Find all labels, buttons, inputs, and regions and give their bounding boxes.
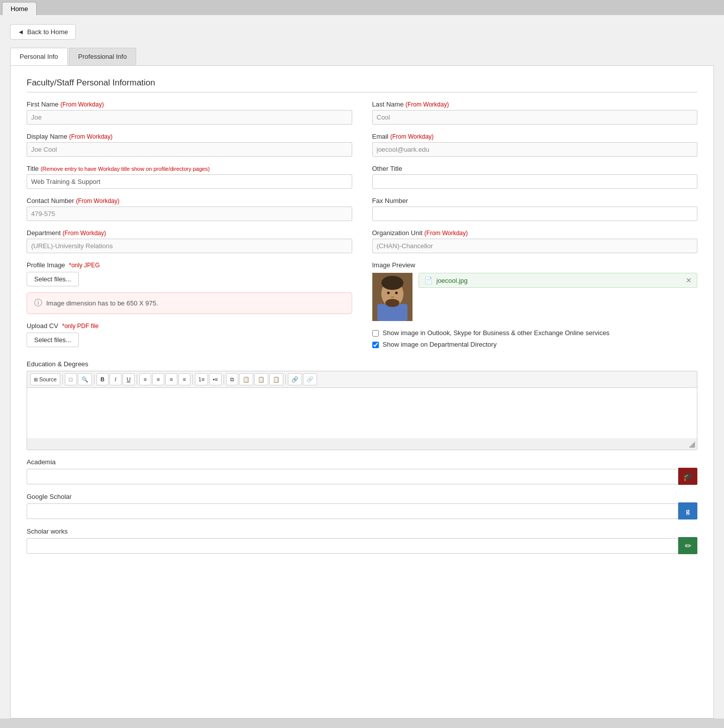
email-input[interactable] — [372, 142, 698, 157]
fax-number-label: Fax Number — [372, 197, 698, 204]
org-unit-workday-badge: (From Workday) — [425, 230, 468, 237]
rte-align-left-button[interactable]: ≡ — [139, 373, 151, 385]
rte-align-center-button[interactable]: ≡ — [152, 373, 164, 385]
rte-ul-button[interactable]: •≡ — [209, 373, 221, 385]
paste-icon: 📋 — [243, 376, 250, 383]
scholar-works-input[interactable] — [27, 538, 678, 554]
org-unit-group: Organization Unit (From Workday) — [372, 229, 698, 253]
display-name-group: Display Name (From Workday) — [27, 133, 352, 157]
svg-point-5 — [387, 292, 389, 294]
back-arrow-icon: ◄ — [18, 28, 24, 36]
select-files-button[interactable]: Select files... — [27, 272, 79, 286]
image-warning-text: Image dimension has to be 650 X 975. — [46, 299, 158, 307]
rte-italic-button[interactable]: I — [110, 373, 122, 385]
title-group: Title (Remove entry to have Workday titl… — [27, 165, 352, 189]
fax-number-group: Fax Number — [372, 197, 698, 221]
source-label: Source — [39, 376, 57, 382]
show-outlook-label: Show image in Outlook, Skype for Busines… — [383, 329, 610, 337]
email-workday-badge: (From Workday) — [390, 133, 434, 140]
rte-link-button[interactable]: 🔗 — [288, 373, 302, 385]
google-scholar-field-row: g — [27, 502, 697, 519]
scholar-works-field-row: ✏ — [27, 537, 697, 554]
title-input[interactable] — [27, 174, 352, 189]
rich-text-editor: ⊞ Source □ 🔍 B I — [27, 371, 697, 450]
select-files-cv-button[interactable]: Select files... — [27, 333, 79, 347]
rte-paste-word-button[interactable]: 📋 — [269, 373, 283, 385]
rte-align-justify-button[interactable]: ≡ — [178, 373, 190, 385]
rte-ol-button[interactable]: 1≡ — [195, 373, 209, 385]
source-icon: ⊞ — [34, 377, 38, 382]
first-name-input[interactable] — [27, 110, 352, 125]
rte-preview-button[interactable]: 🔍 — [78, 373, 92, 385]
profile-image-section: Profile Image *only JPEG Select files...… — [27, 261, 352, 348]
email-label: Email (From Workday) — [372, 133, 698, 140]
unordered-list-icon: •≡ — [213, 376, 218, 382]
last-name-group: Last Name (From Workday) — [372, 100, 698, 125]
education-section: Education & Degrees ⊞ Source □ 🔍 — [27, 360, 697, 450]
tab-professional-info[interactable]: Professional Info — [69, 48, 137, 65]
scholar-works-icon: ✏ — [685, 541, 691, 551]
svg-point-4 — [385, 299, 399, 307]
google-scholar-icon: g — [686, 507, 690, 515]
rte-body[interactable] — [27, 388, 697, 438]
rte-source-button[interactable]: ⊞ Source — [30, 373, 60, 385]
display-name-input[interactable] — [27, 142, 352, 157]
underline-icon: U — [127, 376, 131, 382]
browser-tab-home[interactable]: Home — [2, 2, 37, 15]
google-scholar-button[interactable]: g — [678, 502, 697, 519]
paste-text-icon: 📋 — [258, 376, 265, 383]
rte-resize-handle[interactable]: ◢ — [27, 438, 697, 450]
last-name-label: Last Name (From Workday) — [372, 100, 698, 108]
rte-paste-button[interactable]: 📋 — [239, 373, 253, 385]
rte-new-page-button[interactable]: □ — [65, 373, 77, 385]
scholar-works-button[interactable]: ✏ — [678, 537, 697, 554]
rte-copy-button[interactable]: ⧉ — [226, 373, 238, 385]
show-directory-checkbox-group: Show image on Departmental Directory — [372, 341, 698, 348]
file-chip: 📄 joecool.jpg ✕ — [419, 273, 698, 288]
title-label: Title (Remove entry to have Workday titl… — [27, 165, 352, 172]
copy-icon: ⧉ — [230, 376, 234, 383]
department-input[interactable] — [27, 239, 352, 253]
svg-point-7 — [391, 296, 394, 298]
file-chip-close-button[interactable]: ✕ — [686, 276, 692, 284]
upload-cv-label: Upload CV — [27, 322, 58, 330]
tabs-row: Personal Info Professional Info — [10, 48, 714, 65]
academia-field-row: 🎓 — [27, 468, 697, 485]
google-scholar-group: Google Scholar g — [27, 493, 697, 519]
last-name-input[interactable] — [372, 110, 698, 125]
italic-icon: I — [115, 376, 116, 382]
academia-input[interactable] — [27, 469, 678, 484]
tabs-container: Personal Info Professional Info — [10, 48, 714, 65]
rte-separator-2 — [94, 374, 94, 384]
svg-point-6 — [395, 292, 397, 294]
preview-icon: 🔍 — [81, 376, 88, 383]
academia-button[interactable]: 🎓 — [678, 468, 697, 485]
back-to-home-button[interactable]: ◄ Back to Home — [10, 24, 76, 40]
show-directory-checkbox[interactable] — [372, 342, 379, 348]
show-directory-label: Show image on Departmental Directory — [383, 341, 497, 348]
other-title-input[interactable] — [372, 174, 698, 189]
academia-icon: 🎓 — [683, 472, 693, 481]
org-unit-input[interactable] — [372, 239, 698, 253]
tab-personal-info[interactable]: Personal Info — [10, 48, 68, 65]
google-scholar-input[interactable] — [27, 503, 678, 519]
last-name-workday-badge: (From Workday) — [405, 101, 449, 108]
rte-underline-button[interactable]: U — [123, 373, 135, 385]
rte-unlink-button[interactable]: 🔗 — [303, 373, 317, 385]
paste-word-icon: 📋 — [273, 376, 280, 383]
display-name-label: Display Name (From Workday) — [27, 133, 352, 140]
org-unit-label: Organization Unit (From Workday) — [372, 229, 698, 237]
fax-number-input[interactable] — [372, 206, 698, 221]
link-icon: 🔗 — [291, 376, 298, 383]
unlink-icon: 🔗 — [306, 376, 314, 383]
other-title-label: Other Title — [372, 165, 698, 172]
align-center-icon: ≡ — [157, 376, 160, 382]
rte-align-right-button[interactable]: ≡ — [165, 373, 177, 385]
show-outlook-checkbox-group: Show image in Outlook, Skype for Busines… — [372, 329, 698, 337]
show-outlook-checkbox[interactable] — [372, 330, 379, 337]
image-preview-label: Image Preview — [372, 261, 698, 269]
contact-number-input[interactable] — [27, 206, 352, 221]
rte-paste-text-button[interactable]: 📋 — [254, 373, 268, 385]
rte-bold-button[interactable]: B — [96, 373, 109, 385]
google-scholar-label: Google Scholar — [27, 493, 697, 500]
